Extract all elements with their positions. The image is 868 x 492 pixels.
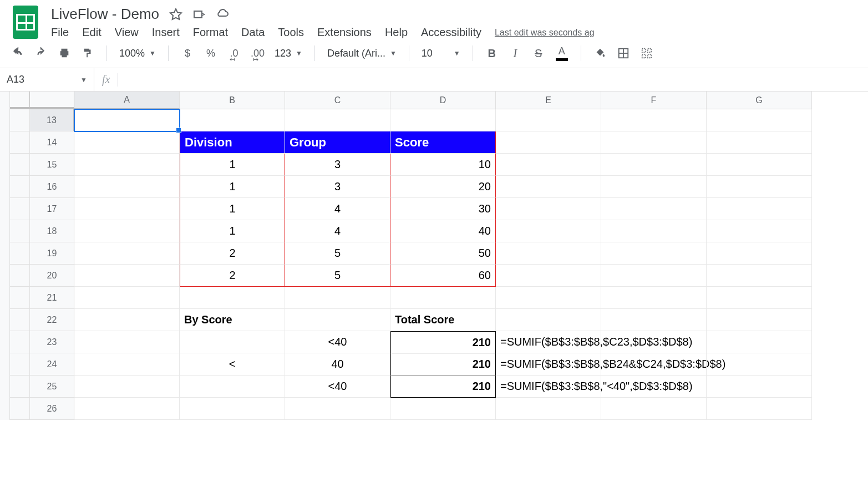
- menu-tools[interactable]: Tools: [278, 26, 304, 39]
- cell-E14[interactable]: [496, 131, 601, 154]
- cell-D19[interactable]: 50: [390, 242, 496, 265]
- col-header-F[interactable]: F: [601, 92, 707, 109]
- cell-E15[interactable]: [496, 154, 601, 176]
- cell-F19[interactable]: [601, 242, 707, 265]
- menu-format[interactable]: Format: [193, 26, 228, 39]
- col-header-D[interactable]: D: [390, 92, 496, 109]
- cell-B20[interactable]: 2: [180, 265, 285, 287]
- cell-A14[interactable]: [74, 131, 180, 154]
- strikethrough-button[interactable]: S: [532, 47, 545, 60]
- cell-E17[interactable]: [496, 198, 601, 220]
- cell-G21[interactable]: [707, 287, 812, 309]
- cell-G20[interactable]: [707, 265, 812, 287]
- text-color-button[interactable]: A: [555, 45, 568, 61]
- cell-B19[interactable]: 2: [180, 242, 285, 265]
- cell-B25[interactable]: [180, 376, 285, 398]
- cell-D18[interactable]: 40: [390, 220, 496, 242]
- cell-C19[interactable]: 5: [285, 242, 390, 265]
- cell-E21[interactable]: [496, 287, 601, 309]
- cell-F22[interactable]: [601, 309, 707, 331]
- cell-C15[interactable]: 3: [285, 154, 390, 176]
- cell-A13[interactable]: [74, 109, 180, 131]
- cell-G22[interactable]: [707, 309, 812, 331]
- menu-help[interactable]: Help: [385, 26, 408, 39]
- cell-E20[interactable]: [496, 265, 601, 287]
- cell-C13[interactable]: [285, 109, 390, 131]
- cell-G25[interactable]: [707, 376, 812, 398]
- cell-F14[interactable]: [601, 131, 707, 154]
- cell-A16[interactable]: [74, 176, 180, 198]
- cell-G16[interactable]: [707, 176, 812, 198]
- cell-B16[interactable]: 1: [180, 176, 285, 198]
- row-header-14[interactable]: 14: [30, 131, 74, 154]
- cell-F18[interactable]: [601, 220, 707, 242]
- col-header-A[interactable]: A: [74, 92, 180, 109]
- cell-F15[interactable]: [601, 154, 707, 176]
- percent-button[interactable]: %: [204, 48, 217, 59]
- cell-D17[interactable]: 30: [390, 198, 496, 220]
- redo-button[interactable]: [34, 47, 48, 59]
- cell-B13[interactable]: [180, 109, 285, 131]
- cell-A17[interactable]: [74, 198, 180, 220]
- cell-G24[interactable]: [707, 353, 812, 376]
- name-box[interactable]: A13 ▼: [0, 68, 94, 91]
- cell-C17[interactable]: 4: [285, 198, 390, 220]
- cell-E13[interactable]: [496, 109, 601, 131]
- row-header-25[interactable]: 25: [30, 376, 74, 398]
- paint-format-button[interactable]: [81, 47, 94, 59]
- cell-D13[interactable]: [390, 109, 496, 131]
- row-header-19[interactable]: 19: [30, 242, 74, 265]
- cell-C22[interactable]: [285, 309, 390, 331]
- cell-A26[interactable]: [74, 398, 180, 420]
- cell-C21[interactable]: [285, 287, 390, 309]
- cell-F21[interactable]: [601, 287, 707, 309]
- cell-B21[interactable]: [180, 287, 285, 309]
- cell-G19[interactable]: [707, 242, 812, 265]
- cell-E26[interactable]: [496, 398, 601, 420]
- cell-B24[interactable]: <: [180, 353, 285, 376]
- col-header-C[interactable]: C: [285, 92, 390, 109]
- col-header-G[interactable]: G: [707, 92, 812, 109]
- print-button[interactable]: [58, 47, 71, 59]
- cell-C23[interactable]: <40: [285, 331, 390, 353]
- row-header-22[interactable]: 22: [30, 309, 74, 331]
- row-header-23[interactable]: 23: [30, 331, 74, 353]
- doc-title[interactable]: LiveFlow - Demo: [51, 6, 159, 23]
- cell-C26[interactable]: [285, 398, 390, 420]
- decrease-decimal-button[interactable]: .0↤: [227, 48, 241, 59]
- cell-F13[interactable]: [601, 109, 707, 131]
- row-header-13[interactable]: 13: [30, 109, 74, 131]
- menu-data[interactable]: Data: [241, 26, 265, 39]
- italic-button[interactable]: I: [509, 47, 522, 60]
- cell-E23[interactable]: =SUMIF($B$3:$B$8,$C23,$D$3:$D$8): [496, 331, 601, 353]
- cell-E18[interactable]: [496, 220, 601, 242]
- merge-cells-button[interactable]: [640, 47, 653, 59]
- borders-button[interactable]: [617, 47, 630, 59]
- font-select[interactable]: Default (Ari... ▼: [327, 48, 397, 59]
- cell-G13[interactable]: [707, 109, 812, 131]
- row-header-17[interactable]: 17: [30, 198, 74, 220]
- cell-B22[interactable]: By Score: [180, 309, 285, 331]
- cell-D14[interactable]: Score: [390, 131, 496, 154]
- menu-extensions[interactable]: Extensions: [317, 26, 372, 39]
- cell-A18[interactable]: [74, 220, 180, 242]
- cell-B17[interactable]: 1: [180, 198, 285, 220]
- row-header-24[interactable]: 24: [30, 353, 74, 376]
- menu-edit[interactable]: Edit: [82, 26, 101, 39]
- cell-F16[interactable]: [601, 176, 707, 198]
- menu-file[interactable]: File: [51, 26, 69, 39]
- cell-A19[interactable]: [74, 242, 180, 265]
- cell-C20[interactable]: 5: [285, 265, 390, 287]
- bold-button[interactable]: B: [485, 47, 499, 60]
- fill-color-button[interactable]: [593, 47, 607, 59]
- cell-A22[interactable]: [74, 309, 180, 331]
- cell-D22[interactable]: Total Score: [390, 309, 496, 331]
- cell-G26[interactable]: [707, 398, 812, 420]
- cell-D24[interactable]: 210: [390, 353, 496, 376]
- cell-A24[interactable]: [74, 353, 180, 376]
- cell-F17[interactable]: [601, 198, 707, 220]
- cell-D20[interactable]: 60: [390, 265, 496, 287]
- cell-E19[interactable]: [496, 242, 601, 265]
- cell-G14[interactable]: [707, 131, 812, 154]
- cell-G17[interactable]: [707, 198, 812, 220]
